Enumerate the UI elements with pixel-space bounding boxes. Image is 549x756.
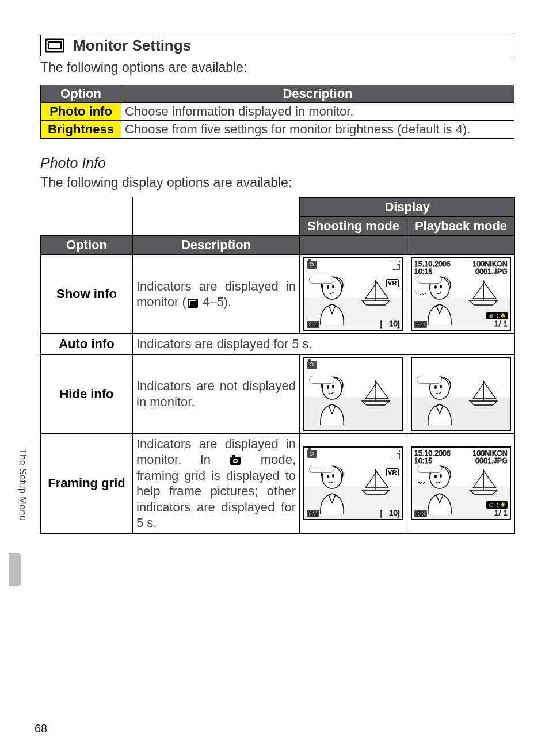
- desc-text: 4–5).: [199, 295, 231, 309]
- shooting-display-cell: VR 6M [ 10]: [300, 255, 407, 334]
- wave-icon: 〰: [418, 289, 426, 299]
- col-header-description: Description: [133, 236, 300, 255]
- table-row: Photo info Choose information displayed …: [41, 103, 514, 121]
- overlay-time: 10:15: [414, 457, 433, 465]
- description-cell: Indicators are not displayed in monitor.: [133, 354, 300, 433]
- col-header-playback: Playback mode: [407, 217, 515, 236]
- overlay-count: [ 10]: [380, 509, 400, 517]
- overlay-folder: 100NIKON: [473, 260, 508, 268]
- camera-icon: [230, 457, 241, 465]
- overlay-time: 10:15: [414, 268, 433, 276]
- boat-illustration: [467, 378, 500, 406]
- col-header-shooting: Shooting mode: [300, 217, 407, 236]
- svg-point-16: [434, 385, 437, 389]
- col-header-description: Description: [121, 85, 514, 103]
- overlay-6m: 6M: [307, 510, 319, 517]
- camera-mode-icon: [307, 261, 317, 269]
- overlay-6m: 6M: [414, 321, 427, 328]
- overlay-6m: 6M: [307, 321, 319, 328]
- shooting-display-cell: VR 6M [ 10]: [300, 433, 407, 533]
- option-cell: Auto info: [41, 334, 133, 355]
- description-cell: Indicators are displayed for 5 s.: [133, 334, 515, 355]
- svg-point-8: [434, 285, 437, 289]
- dpof-badge: ☺ : ☀: [486, 312, 508, 319]
- svg-point-24: [434, 475, 437, 478]
- svg-rect-1: [48, 42, 61, 49]
- svg-point-5: [332, 285, 334, 288]
- thumbnail-shooting-show: VR 6M [ 10]: [303, 257, 403, 331]
- overlay-date: 15.10.2006: [414, 260, 451, 268]
- svg-point-9: [440, 285, 442, 288]
- blank-header: [133, 198, 300, 236]
- overlay-date: 15.10.2006: [414, 449, 451, 457]
- boat-illustration: [467, 278, 500, 306]
- page-number: 68: [35, 722, 47, 735]
- thumbnail-playback-show: 〰 15.10.2006 10:15 100NIKON 0001.JPG 6M …: [411, 257, 511, 331]
- side-tab-label: The Setup Menu: [17, 449, 28, 521]
- dpof-badge: ☺ : ☀: [486, 501, 508, 509]
- subheading: Photo Info: [40, 155, 514, 171]
- svg-point-20: [327, 475, 329, 478]
- boat-illustration: [467, 467, 500, 495]
- shooting-display-cell: [300, 354, 407, 433]
- overlay-folder: 100NIKON: [473, 449, 508, 457]
- playback-display-cell: 〰 15.10.2006 10:15 100NIKON 0001.JPG 6M …: [407, 255, 515, 334]
- description-cell: Choose information displayed in monitor.: [121, 103, 514, 121]
- thumbnail-playback-hide: [411, 357, 511, 431]
- boat-illustration: [360, 378, 392, 406]
- col-header-option: Option: [41, 236, 133, 255]
- overlay-filename: 0001.JPG: [475, 457, 508, 465]
- thumbnail-shooting-grid: VR 6M [ 10]: [303, 446, 403, 520]
- table-row-hide-info: Hide info Indicators are not displayed i…: [41, 354, 515, 433]
- svg-point-17: [440, 385, 442, 388]
- options-table: Option Description Photo info Choose inf…: [40, 85, 514, 139]
- reference-icon: [188, 299, 198, 308]
- vr-icon: VR: [386, 279, 399, 287]
- option-cell: Show info: [41, 255, 133, 334]
- memory-card-icon: [392, 450, 400, 459]
- blank-header: [41, 198, 133, 236]
- page: Monitor Settings The following options a…: [0, 0, 549, 756]
- thumbnail-shooting-hide: [303, 357, 403, 431]
- overlay-6m: 6M: [414, 510, 427, 517]
- svg-point-25: [440, 474, 442, 478]
- description-cell: Choose from five settings for monitor br…: [121, 121, 514, 139]
- overlay-frame-count: 1/ 1: [494, 509, 508, 517]
- overlay-count: [ 10]: [380, 319, 400, 328]
- option-cell: Hide info: [41, 354, 133, 433]
- camera-mode-icon: [307, 450, 317, 458]
- svg-point-21: [332, 474, 334, 478]
- option-cell: Framing grid: [41, 433, 133, 533]
- subintro-text: The following display options are availa…: [40, 174, 514, 192]
- description-cell: Indicators are displayed in monitor. In …: [133, 433, 300, 533]
- table-row: Brightness Choose from five settings for…: [41, 121, 514, 139]
- playback-display-cell: 〰 15.10.2006 10:15 100NIKON 0001.JPG 6M …: [407, 433, 515, 533]
- section-heading: Monitor Settings: [40, 35, 514, 56]
- overlay-frame-count: 1/ 1: [494, 319, 508, 328]
- side-tab-stub: [9, 553, 21, 586]
- svg-point-12: [327, 385, 329, 389]
- camera-mode-icon: [307, 361, 317, 369]
- thumbnail-playback-grid: 〰 15.10.2006 10:15 100NIKON 0001.JPG 6M …: [411, 446, 511, 520]
- svg-point-13: [332, 385, 334, 388]
- svg-rect-2: [47, 40, 48, 41]
- table-row-framing-grid: Framing grid Indicators are displayed in…: [41, 433, 515, 533]
- option-cell: Photo info: [41, 103, 121, 121]
- col-header-display: Display: [300, 198, 515, 217]
- wave-icon: 〰: [418, 479, 426, 488]
- col-header-option: Option: [41, 85, 121, 103]
- description-cell: Indicators are displayed in monitor ( 4–…: [133, 255, 300, 334]
- vr-icon: VR: [386, 468, 399, 476]
- table-row-auto-info: Auto info Indicators are displayed for 5…: [41, 334, 515, 355]
- table-row-show-info: Show info Indicators are displayed in mo…: [41, 255, 515, 334]
- section-title: Monitor Settings: [73, 37, 191, 55]
- playback-display-cell: [407, 354, 515, 433]
- intro-text: The following options are available:: [40, 59, 514, 77]
- svg-point-4: [327, 285, 329, 289]
- memory-card-icon: [392, 261, 400, 270]
- overlay-filename: 0001.JPG: [475, 268, 508, 276]
- monitor-icon: [43, 36, 66, 55]
- photo-info-table: Display Shooting mode Playback mode Opti…: [40, 197, 515, 534]
- option-cell: Brightness: [41, 121, 121, 139]
